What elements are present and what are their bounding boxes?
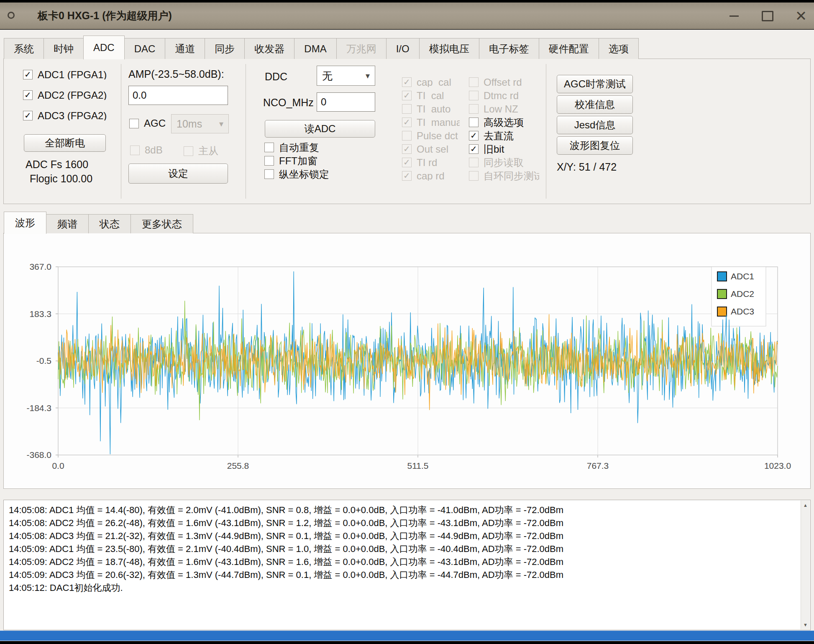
master-slave-checkbox[interactable] bbox=[184, 146, 193, 156]
jesd-info-button[interactable]: Jesd信息 bbox=[557, 116, 633, 134]
flag1-checkbox-4[interactable] bbox=[402, 131, 412, 141]
subtab-bar: 波形频谱状态更多状态 bbox=[4, 211, 193, 233]
agc-checkbox[interactable] bbox=[129, 119, 139, 128]
subtab-more-status[interactable]: 更多状态 bbox=[131, 214, 193, 233]
log-scrollbar[interactable] bbox=[801, 501, 810, 629]
repeat-option-checkbox-1[interactable] bbox=[264, 156, 274, 166]
flag1-row-5[interactable]: Out sel bbox=[402, 144, 460, 154]
master-slave-checkbox-row[interactable]: 主从 bbox=[184, 144, 218, 158]
tab-dac[interactable]: DAC bbox=[124, 38, 166, 59]
flag2-row-7[interactable]: 自环同步测试 bbox=[469, 171, 539, 181]
plot-area[interactable]: ADC1ADC2ADC3 bbox=[54, 265, 782, 462]
flag2-checkbox-6[interactable] bbox=[469, 158, 479, 167]
flag1-checkbox-3[interactable] bbox=[402, 118, 412, 127]
adc-enable-checkbox-1[interactable] bbox=[23, 90, 33, 100]
adc-enable-row-0[interactable]: ADC1 (FPGA1) bbox=[23, 70, 119, 79]
y-tick-label: -0.5 bbox=[5, 356, 51, 366]
tab-sync[interactable]: 同步 bbox=[205, 38, 245, 59]
separator bbox=[246, 64, 246, 199]
flag1-checkbox-1[interactable] bbox=[402, 91, 412, 100]
flag2-row-0[interactable]: Offset rd bbox=[469, 77, 539, 87]
flag2-row-1[interactable]: Dtmc rd bbox=[469, 91, 539, 100]
flag1-checkbox-5[interactable] bbox=[402, 144, 412, 154]
flag1-checkbox-2[interactable] bbox=[402, 104, 412, 114]
amp-input[interactable] bbox=[128, 86, 228, 105]
repeat-option-row-0[interactable]: 自动重复 bbox=[264, 143, 373, 152]
log-output[interactable]: 14:05:08: ADC1 均值 = 14.4(-80), 有效值 = 2.0… bbox=[3, 500, 811, 630]
flag2-row-6[interactable]: 同步读取 bbox=[469, 158, 539, 167]
flag2-checkbox-7[interactable] bbox=[469, 171, 479, 181]
flag1-row-2[interactable]: TI_auto bbox=[402, 104, 460, 114]
flag2-label-7: 自环同步测试 bbox=[484, 171, 539, 181]
flag1-row-1[interactable]: TI_cal bbox=[402, 91, 460, 100]
flag2-row-4[interactable]: 去直流 bbox=[469, 131, 539, 141]
scroll-up-icon[interactable] bbox=[801, 501, 810, 510]
tab-hw-config[interactable]: 硬件配置 bbox=[539, 38, 599, 59]
tab-adc[interactable]: ADC bbox=[83, 36, 125, 59]
repeat-option-row-1[interactable]: FFT加窗 bbox=[264, 156, 373, 166]
tab-transceiver[interactable]: 收发器 bbox=[244, 38, 294, 59]
title-bar: 板卡0 HXG-1 (作为超级用户) bbox=[0, 3, 814, 29]
8db-checkbox-row[interactable]: 8dB bbox=[130, 144, 163, 156]
flag1-row-0[interactable]: cap_cal bbox=[402, 77, 460, 87]
calibration-info-button[interactable]: 校准信息 bbox=[557, 95, 633, 114]
tab-dma[interactable]: DMA bbox=[294, 38, 336, 59]
flag1-checkbox-0[interactable] bbox=[402, 77, 412, 87]
xy-readout: X/Y: 51 / 472 bbox=[557, 161, 617, 173]
adc-enable-checkbox-2[interactable] bbox=[23, 111, 33, 120]
flag2-row-2[interactable]: Low NZ bbox=[469, 104, 539, 114]
repeat-option-row-2[interactable]: 纵坐标锁定 bbox=[264, 169, 373, 179]
scroll-down-icon[interactable] bbox=[801, 620, 810, 629]
nco-input[interactable] bbox=[317, 92, 375, 112]
tab-channel[interactable]: 通道 bbox=[165, 38, 205, 59]
flag2-row-5[interactable]: 旧bit bbox=[469, 144, 539, 154]
subtab-waveform[interactable]: 波形 bbox=[4, 212, 46, 234]
maximize-icon[interactable] bbox=[760, 9, 775, 23]
agc-timing-test-button[interactable]: AGC时常测试 bbox=[557, 75, 633, 93]
flag1-row-4[interactable]: Pulse dct bbox=[402, 131, 460, 141]
close-icon[interactable] bbox=[794, 9, 808, 23]
ddc-dropdown[interactable]: 无 bbox=[317, 66, 375, 86]
read-adc-button[interactable]: 读ADC bbox=[265, 120, 375, 138]
flag2-checkbox-4[interactable] bbox=[469, 131, 479, 141]
agc-interval-dropdown[interactable]: 10ms bbox=[171, 114, 229, 133]
adc-fs-label: ADC Fs 1600 bbox=[26, 158, 88, 171]
repeat-option-checkbox-2[interactable] bbox=[264, 169, 274, 179]
waveform-chart[interactable]: 367.0183.3-0.5-184.3-368.0 0.0255.8511.5… bbox=[3, 233, 811, 489]
agc-checkbox-row[interactable]: AGC bbox=[129, 118, 166, 129]
flag2-checkbox-5[interactable] bbox=[469, 144, 479, 154]
flag1-checkbox-6[interactable] bbox=[402, 158, 412, 167]
power-off-all-button[interactable]: 全部断电 bbox=[24, 134, 106, 152]
master-slave-label: 主从 bbox=[198, 144, 218, 158]
flag2-checkbox-3[interactable] bbox=[469, 118, 479, 127]
subtab-status[interactable]: 状态 bbox=[88, 214, 131, 233]
tab-system[interactable]: 系统 bbox=[4, 38, 44, 59]
tab-io[interactable]: I/O bbox=[386, 38, 420, 59]
minimize-icon[interactable] bbox=[727, 9, 741, 23]
repeat-option-checkbox-0[interactable] bbox=[264, 143, 274, 152]
8db-checkbox[interactable] bbox=[130, 146, 140, 155]
window-controls bbox=[727, 3, 808, 29]
flag1-row-3[interactable]: TI_manua bbox=[402, 118, 460, 127]
flag2-checkbox-0[interactable] bbox=[469, 77, 479, 87]
repeat-options-column: 自动重复FFT加窗纵坐标锁定 bbox=[264, 143, 373, 183]
flag1-row-7[interactable]: cap rd bbox=[402, 171, 460, 181]
tab-e-label[interactable]: 电子标签 bbox=[479, 38, 539, 59]
flag1-row-6[interactable]: TI rd bbox=[402, 158, 460, 167]
waveform-reset-button[interactable]: 波形图复位 bbox=[557, 136, 633, 155]
adc-enable-checkbox-0[interactable] bbox=[23, 70, 33, 79]
flag2-checkbox-2[interactable] bbox=[469, 104, 479, 114]
flag2-checkbox-1[interactable] bbox=[469, 91, 479, 100]
tab-10g-net[interactable]: 万兆网 bbox=[336, 38, 387, 59]
tab-options[interactable]: 选项 bbox=[599, 38, 639, 59]
subtab-spectrum[interactable]: 频谱 bbox=[46, 214, 89, 233]
set-button[interactable]: 设定 bbox=[128, 164, 228, 184]
x-tick-label: 1023.0 bbox=[757, 461, 799, 471]
flag2-row-3[interactable]: 高级选项 bbox=[469, 118, 539, 127]
tab-analog-voltage[interactable]: 模拟电压 bbox=[419, 38, 479, 59]
adc-enable-row-2[interactable]: ADC3 (FPGA2) bbox=[23, 111, 119, 120]
flag1-checkbox-7[interactable] bbox=[402, 171, 412, 181]
log-line: 14:05:09: ADC2 均值 = 18.7(-48), 有效值 = 1.6… bbox=[9, 555, 798, 568]
tab-clock[interactable]: 时钟 bbox=[44, 38, 84, 59]
adc-enable-row-1[interactable]: ADC2 (FPGA2) bbox=[23, 90, 119, 100]
